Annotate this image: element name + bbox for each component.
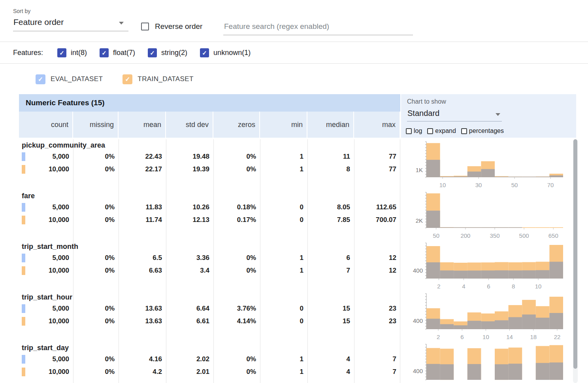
stat-median: 4 [307, 355, 354, 363]
svg-text:2: 2 [437, 334, 440, 340]
int-checkbox[interactable]: ✓ [57, 48, 66, 57]
stats-column: pickup_community_area 5,000 0% 22.43 19.… [19, 139, 400, 383]
stat-mean: 6.63 [119, 267, 166, 275]
chart-option-checkboxes: log expand percentages [406, 127, 509, 135]
stat-max: 7 [354, 355, 400, 363]
stat-stddev: 19.48 [166, 153, 213, 161]
stat-zeros: 0% [213, 165, 260, 173]
percentages-label: percentages [469, 127, 504, 135]
filter-string[interactable]: ✓ string(2) [148, 48, 187, 57]
check-icon: ✓ [102, 49, 107, 57]
train-stats-row: 10,000 0% 6.63 3.4 0% 1 7 12 [19, 264, 400, 277]
feature-search-input[interactable] [223, 20, 413, 35]
train-dataset-checkbox[interactable]: ✓ [122, 74, 132, 84]
log-option[interactable]: log [406, 127, 422, 135]
expand-option[interactable]: expand [427, 127, 456, 135]
feature-name: pickup_community_area [19, 140, 400, 150]
filter-float[interactable]: ✓ float(7) [100, 48, 135, 57]
stat-max: 23 [354, 305, 400, 313]
stat-mean: 22.43 [119, 153, 166, 161]
float-checkbox[interactable]: ✓ [100, 48, 109, 57]
stat-stddev: 2.02 [166, 355, 213, 363]
svg-text:400: 400 [413, 317, 423, 324]
stats-header: Numeric Features (15) count missing mean… [19, 94, 400, 138]
stat-stddev: 2.01 [166, 368, 213, 376]
stat-missing: 0% [73, 165, 119, 173]
check-icon: ✓ [38, 76, 43, 83]
percentages-option[interactable]: percentages [461, 127, 504, 135]
feature-block: pickup_community_area 5,000 0% 22.43 19.… [19, 139, 400, 190]
feature-type-filter-row: Features: ✓ int(8) ✓ float(7) ✓ string(2… [0, 42, 588, 64]
chart-type-value: Standard [407, 109, 439, 118]
stat-mean: 22.17 [119, 165, 166, 173]
histogram-chart-fare: 2K50200350500650 [400, 190, 576, 241]
expand-checkbox[interactable] [427, 128, 433, 134]
sort-by-label: Sort by [13, 8, 128, 14]
column-header-row: count missing mean std dev zeros min med… [19, 112, 400, 138]
unknown-checkbox[interactable]: ✓ [200, 48, 209, 57]
dataset-legend: ✓ EVAL_DATASET ✓ TRAIN_DATASET [36, 64, 213, 94]
string-checkbox[interactable]: ✓ [148, 48, 157, 57]
svg-text:350: 350 [490, 232, 499, 239]
feature-name: trip_start_hour [19, 292, 400, 302]
eval-dataset-checkbox[interactable]: ✓ [36, 74, 45, 84]
percentages-checkbox[interactable] [461, 128, 467, 134]
filter-float-label: float(7) [113, 49, 135, 57]
column-header-count: count [19, 112, 73, 138]
stat-count: 10,000 [19, 165, 73, 173]
train-dataset-marker [22, 266, 25, 275]
svg-text:1K: 1K [416, 167, 423, 173]
eval-dataset-toggle[interactable]: ✓ EVAL_DATASET [36, 74, 103, 84]
column-header-max: max [354, 112, 400, 138]
train-stats-row: 10,000 0% 4.2 2.01 0% 1 4 7 [19, 366, 400, 378]
stat-count: 5,000 [19, 254, 73, 262]
reverse-order-checkbox[interactable] [141, 23, 149, 30]
check-icon: ✓ [59, 49, 64, 57]
scrollbar-thumb[interactable] [573, 139, 577, 369]
stat-max: 23 [354, 317, 400, 325]
stat-count: 5,000 [19, 203, 73, 211]
stat-min: 1 [260, 355, 307, 363]
stat-mean: 6.5 [119, 254, 166, 262]
stat-min: 0 [260, 305, 307, 313]
stat-stddev: 10.26 [166, 203, 213, 211]
stat-median: 7 [307, 267, 354, 275]
feature-block: trip_start_day 5,000 0% 4.16 2.02 0% 1 4… [19, 342, 400, 383]
train-dataset-marker [22, 317, 25, 326]
chevron-down-icon [119, 22, 124, 25]
scrollbar[interactable] [573, 139, 578, 383]
train-dataset-marker [22, 216, 25, 224]
filter-unknown[interactable]: ✓ unknown(1) [200, 48, 251, 57]
histogram-chart-pickup-community-area: 1K10305070 [400, 139, 576, 190]
table-title-bar: Numeric Features (15) [19, 94, 400, 112]
filter-int-label: int(8) [71, 49, 87, 57]
reverse-order-label: Reverse order [155, 22, 202, 31]
stat-count: 10,000 [19, 317, 73, 325]
stat-stddev: 3.4 [166, 267, 213, 275]
train-dataset-toggle[interactable]: ✓ TRAIN_DATASET [122, 74, 194, 84]
feature-name: trip_start_day [19, 343, 400, 353]
chart-type-select[interactable]: Standard [407, 107, 502, 121]
feature-block: trip_start_month 5,000 0% 6.5 3.36 0% 1 … [19, 241, 400, 291]
stat-min: 1 [260, 267, 307, 275]
eval-dataset-marker [22, 254, 25, 262]
table-title: Numeric Features (15) [26, 99, 105, 107]
stat-missing: 0% [73, 216, 119, 224]
svg-text:10: 10 [439, 182, 446, 188]
svg-text:6: 6 [487, 283, 490, 290]
stat-count: 5,000 [19, 305, 73, 313]
stat-zeros: 0% [213, 153, 260, 161]
stat-stddev: 6.61 [166, 317, 213, 325]
stat-missing: 0% [73, 254, 119, 262]
sort-by-select[interactable]: Feature order [13, 15, 128, 31]
filter-int[interactable]: ✓ int(8) [57, 48, 87, 57]
histogram-chart-trip-start-hour: 4002610141822 [400, 291, 576, 342]
sort-by-control: Sort by Feature order [13, 8, 128, 31]
stat-max: 77 [354, 153, 400, 161]
stat-count: 10,000 [19, 267, 73, 275]
log-checkbox[interactable] [406, 128, 412, 134]
stat-count: 10,000 [19, 368, 73, 376]
train-dataset-marker [22, 165, 25, 174]
column-header-min: min [260, 112, 307, 138]
svg-text:50: 50 [433, 232, 439, 239]
